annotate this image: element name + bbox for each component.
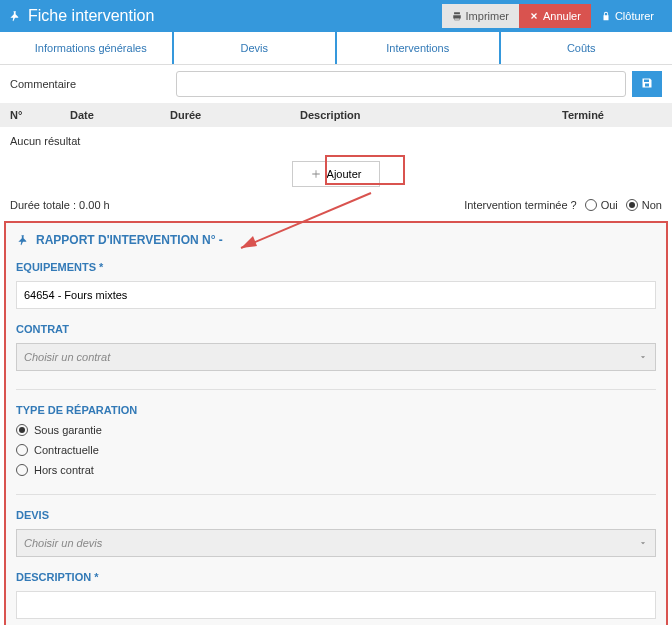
tab-info[interactable]: Informations générales: [10, 32, 174, 64]
th-duration: Durée: [170, 109, 300, 121]
header-actions: Imprimer Annuler Clôturer: [442, 4, 664, 28]
radio-circle-yes: [585, 199, 597, 211]
tab-costs[interactable]: Coûts: [501, 32, 663, 64]
pushpin-icon: [16, 233, 30, 247]
table-header: N° Date Durée Description Terminé: [0, 103, 672, 127]
repair-contractual[interactable]: Contractuelle: [16, 444, 656, 456]
comment-label: Commentaire: [10, 78, 170, 90]
divider: [16, 389, 656, 390]
description-label: DESCRIPTION *: [16, 571, 656, 583]
devis-label: DEVIS: [16, 509, 656, 521]
tab-interventions[interactable]: Interventions: [337, 32, 501, 64]
radio-circle-out: [16, 464, 28, 476]
tab-devis[interactable]: Devis: [174, 32, 338, 64]
radio-circle-warranty: [16, 424, 28, 436]
close-label: Clôturer: [615, 10, 654, 22]
th-finished: Terminé: [562, 109, 662, 121]
report-title: RAPPORT D'INTERVENTION N° -: [36, 233, 223, 247]
equipment-label: EQUIPEMENTS *: [16, 261, 656, 273]
repair-warranty[interactable]: Sous garantie: [16, 424, 656, 436]
print-icon: [452, 11, 462, 21]
radio-yes[interactable]: Oui: [585, 199, 618, 211]
th-description: Description: [300, 109, 562, 121]
comment-input[interactable]: [176, 71, 626, 97]
tabs: Informations générales Devis Interventio…: [0, 32, 672, 65]
add-label: Ajouter: [327, 168, 362, 180]
pushpin-icon: [8, 9, 22, 23]
radio-yes-label: Oui: [601, 199, 618, 211]
repair-out[interactable]: Hors contrat: [16, 464, 656, 476]
add-button[interactable]: Ajouter: [292, 161, 381, 187]
close-button[interactable]: Clôturer: [591, 4, 664, 28]
contract-select[interactable]: Choisir un contrat: [16, 343, 656, 371]
devis-placeholder: Choisir un devis: [24, 537, 102, 549]
description-input[interactable]: [16, 591, 656, 619]
print-button[interactable]: Imprimer: [442, 4, 519, 28]
add-row: Ajouter: [0, 155, 672, 193]
report-title-row: RAPPORT D'INTERVENTION N° -: [16, 233, 656, 247]
chevron-down-icon: [638, 538, 648, 548]
save-comment-button[interactable]: [632, 71, 662, 97]
chevron-down-icon: [638, 352, 648, 362]
lock-icon: [601, 11, 611, 21]
radio-circle-contractual: [16, 444, 28, 456]
equipment-input[interactable]: [16, 281, 656, 309]
cancel-button[interactable]: Annuler: [519, 4, 591, 28]
contract-label: CONTRAT: [16, 323, 656, 335]
finished-question: Intervention terminée ? Oui Non: [464, 199, 662, 211]
finished-label: Intervention terminée ?: [464, 199, 577, 211]
report-form: RAPPORT D'INTERVENTION N° - EQUIPEMENTS …: [4, 221, 668, 625]
repair-contractual-label: Contractuelle: [34, 444, 99, 456]
save-icon: [641, 77, 653, 89]
th-num: N°: [10, 109, 70, 121]
contract-placeholder: Choisir un contrat: [24, 351, 110, 363]
radio-no-label: Non: [642, 199, 662, 211]
print-label: Imprimer: [466, 10, 509, 22]
cancel-label: Annuler: [543, 10, 581, 22]
close-icon: [529, 11, 539, 21]
repair-warranty-label: Sous garantie: [34, 424, 102, 436]
page-header: Fiche intervention Imprimer Annuler Clôt…: [0, 0, 672, 32]
divider-2: [16, 494, 656, 495]
plus-icon: [311, 169, 321, 179]
repair-out-label: Hors contrat: [34, 464, 94, 476]
duration-row: Durée totale : 0.00 h Intervention termi…: [0, 193, 672, 217]
page-title-wrap: Fiche intervention: [8, 7, 442, 25]
radio-no[interactable]: Non: [626, 199, 662, 211]
devis-select[interactable]: Choisir un devis: [16, 529, 656, 557]
comment-row: Commentaire: [0, 65, 672, 103]
repair-type-label: TYPE DE RÉPARATION: [16, 404, 656, 416]
empty-result: Aucun résultat: [0, 127, 672, 155]
duration-total: Durée totale : 0.00 h: [10, 199, 110, 211]
th-date: Date: [70, 109, 170, 121]
radio-circle-no: [626, 199, 638, 211]
page-title: Fiche intervention: [28, 7, 154, 25]
